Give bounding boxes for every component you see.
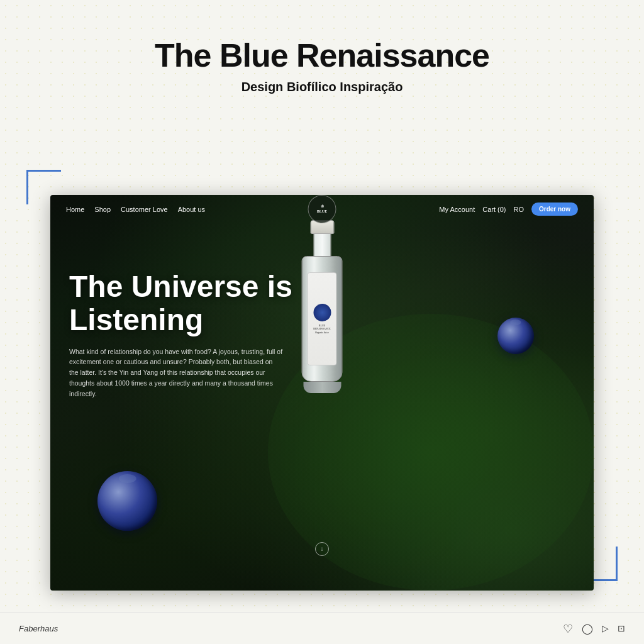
scroll-arrow-icon: ↓ bbox=[321, 546, 324, 552]
page-title: The Blue Renaissance bbox=[155, 38, 489, 74]
scroll-indicator[interactable]: ↓ bbox=[315, 542, 329, 556]
nav-shop[interactable]: Shop bbox=[94, 206, 111, 213]
nav-logo-text: ♔BLUE bbox=[317, 204, 327, 213]
bottom-bar: Faberhaus ♡ ◯ ▷ ⊡ bbox=[0, 613, 644, 644]
bookmark-icon[interactable]: ⊡ bbox=[618, 623, 625, 634]
page-subtitle: Design Biofílico Inspiração bbox=[155, 80, 489, 94]
hero-description: What kind of relationship do you have wi… bbox=[69, 347, 283, 399]
nav-logo[interactable]: ♔BLUE bbox=[308, 195, 336, 223]
blueberry-large bbox=[97, 471, 157, 531]
nav-left: Home Shop Customer Love About us bbox=[66, 206, 205, 213]
navigation: Home Shop Customer Love About us ♔BLUE M… bbox=[50, 195, 594, 223]
page-wrapper: The Blue Renaissance Design Biofílico In… bbox=[0, 0, 644, 644]
hero-title: The Universe is Listening bbox=[69, 270, 396, 337]
bottom-icons: ♡ ◯ ▷ ⊡ bbox=[563, 622, 625, 636]
header: The Blue Renaissance Design Biofílico In… bbox=[155, 0, 489, 107]
website-mockup: Home Shop Customer Love About us ♔BLUE M… bbox=[50, 195, 594, 591]
heart-icon[interactable]: ♡ bbox=[563, 622, 573, 636]
nav-home[interactable]: Home bbox=[66, 206, 84, 213]
brand-label: Faberhaus bbox=[19, 624, 58, 633]
nav-customer-love[interactable]: Customer Love bbox=[121, 206, 168, 213]
screenshot-container: Home Shop Customer Love About us ♔BLUE M… bbox=[50, 195, 594, 591]
hero-content: The Universe is Listening What kind of r… bbox=[69, 270, 575, 399]
order-now-button[interactable]: Order now bbox=[531, 203, 578, 216]
share-icon[interactable]: ▷ bbox=[602, 623, 609, 634]
bottle-neck bbox=[313, 234, 331, 256]
nav-right: My Account Cart (0) RO Order now bbox=[439, 203, 578, 216]
nav-about-us[interactable]: About us bbox=[178, 206, 205, 213]
nav-cart[interactable]: Cart (0) bbox=[482, 206, 506, 213]
nav-lang[interactable]: RO bbox=[513, 206, 524, 213]
search-icon[interactable]: ◯ bbox=[582, 623, 593, 635]
nav-my-account[interactable]: My Account bbox=[439, 206, 475, 213]
